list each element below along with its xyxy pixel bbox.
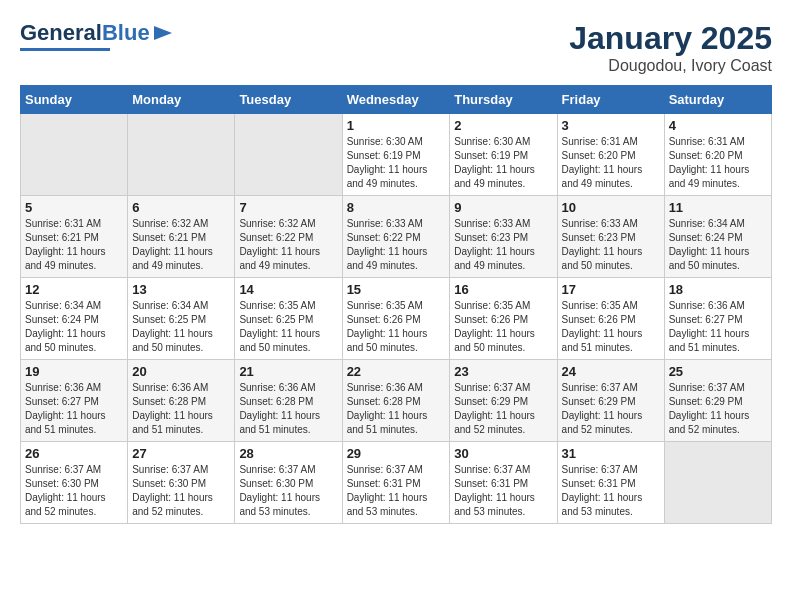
calendar-table: Sunday Monday Tuesday Wednesday Thursday… [20, 85, 772, 524]
table-row: 7Sunrise: 6:32 AM Sunset: 6:22 PM Daylig… [235, 196, 342, 278]
table-row: 5Sunrise: 6:31 AM Sunset: 6:21 PM Daylig… [21, 196, 128, 278]
day-info: Sunrise: 6:30 AM Sunset: 6:19 PM Dayligh… [347, 135, 446, 191]
day-info: Sunrise: 6:33 AM Sunset: 6:23 PM Dayligh… [562, 217, 660, 273]
day-number: 8 [347, 200, 446, 215]
table-row: 23Sunrise: 6:37 AM Sunset: 6:29 PM Dayli… [450, 360, 557, 442]
day-info: Sunrise: 6:37 AM Sunset: 6:29 PM Dayligh… [669, 381, 767, 437]
day-info: Sunrise: 6:37 AM Sunset: 6:30 PM Dayligh… [239, 463, 337, 519]
calendar-week-row: 26Sunrise: 6:37 AM Sunset: 6:30 PM Dayli… [21, 442, 772, 524]
table-row: 4Sunrise: 6:31 AM Sunset: 6:20 PM Daylig… [664, 114, 771, 196]
table-row: 19Sunrise: 6:36 AM Sunset: 6:27 PM Dayli… [21, 360, 128, 442]
day-info: Sunrise: 6:36 AM Sunset: 6:27 PM Dayligh… [25, 381, 123, 437]
day-number: 23 [454, 364, 552, 379]
day-info: Sunrise: 6:36 AM Sunset: 6:28 PM Dayligh… [239, 381, 337, 437]
table-row: 28Sunrise: 6:37 AM Sunset: 6:30 PM Dayli… [235, 442, 342, 524]
day-info: Sunrise: 6:36 AM Sunset: 6:28 PM Dayligh… [347, 381, 446, 437]
table-row: 18Sunrise: 6:36 AM Sunset: 6:27 PM Dayli… [664, 278, 771, 360]
col-tuesday: Tuesday [235, 86, 342, 114]
day-info: Sunrise: 6:37 AM Sunset: 6:30 PM Dayligh… [132, 463, 230, 519]
day-number: 25 [669, 364, 767, 379]
day-info: Sunrise: 6:35 AM Sunset: 6:26 PM Dayligh… [347, 299, 446, 355]
day-info: Sunrise: 6:34 AM Sunset: 6:24 PM Dayligh… [669, 217, 767, 273]
page-header: General Blue January 2025 Dougodou, Ivor… [20, 20, 772, 75]
col-saturday: Saturday [664, 86, 771, 114]
day-info: Sunrise: 6:35 AM Sunset: 6:25 PM Dayligh… [239, 299, 337, 355]
day-info: Sunrise: 6:34 AM Sunset: 6:24 PM Dayligh… [25, 299, 123, 355]
day-info: Sunrise: 6:37 AM Sunset: 6:30 PM Dayligh… [25, 463, 123, 519]
calendar-week-row: 1Sunrise: 6:30 AM Sunset: 6:19 PM Daylig… [21, 114, 772, 196]
day-info: Sunrise: 6:36 AM Sunset: 6:28 PM Dayligh… [132, 381, 230, 437]
day-number: 16 [454, 282, 552, 297]
day-number: 27 [132, 446, 230, 461]
logo-underline [20, 48, 110, 51]
page-title: January 2025 [569, 20, 772, 57]
logo-general: General [20, 20, 102, 46]
day-info: Sunrise: 6:35 AM Sunset: 6:26 PM Dayligh… [454, 299, 552, 355]
day-info: Sunrise: 6:31 AM Sunset: 6:20 PM Dayligh… [562, 135, 660, 191]
day-info: Sunrise: 6:36 AM Sunset: 6:27 PM Dayligh… [669, 299, 767, 355]
table-row: 2Sunrise: 6:30 AM Sunset: 6:19 PM Daylig… [450, 114, 557, 196]
day-number: 14 [239, 282, 337, 297]
day-number: 7 [239, 200, 337, 215]
calendar-week-row: 19Sunrise: 6:36 AM Sunset: 6:27 PM Dayli… [21, 360, 772, 442]
table-row: 22Sunrise: 6:36 AM Sunset: 6:28 PM Dayli… [342, 360, 450, 442]
day-number: 3 [562, 118, 660, 133]
logo-arrow-icon [152, 22, 174, 44]
table-row: 20Sunrise: 6:36 AM Sunset: 6:28 PM Dayli… [128, 360, 235, 442]
col-sunday: Sunday [21, 86, 128, 114]
day-number: 1 [347, 118, 446, 133]
table-row: 26Sunrise: 6:37 AM Sunset: 6:30 PM Dayli… [21, 442, 128, 524]
day-number: 2 [454, 118, 552, 133]
day-info: Sunrise: 6:33 AM Sunset: 6:23 PM Dayligh… [454, 217, 552, 273]
title-block: January 2025 Dougodou, Ivory Coast [569, 20, 772, 75]
table-row: 11Sunrise: 6:34 AM Sunset: 6:24 PM Dayli… [664, 196, 771, 278]
calendar-week-row: 12Sunrise: 6:34 AM Sunset: 6:24 PM Dayli… [21, 278, 772, 360]
table-row: 10Sunrise: 6:33 AM Sunset: 6:23 PM Dayli… [557, 196, 664, 278]
day-number: 18 [669, 282, 767, 297]
day-number: 12 [25, 282, 123, 297]
table-row: 17Sunrise: 6:35 AM Sunset: 6:26 PM Dayli… [557, 278, 664, 360]
day-info: Sunrise: 6:37 AM Sunset: 6:31 PM Dayligh… [562, 463, 660, 519]
table-row: 12Sunrise: 6:34 AM Sunset: 6:24 PM Dayli… [21, 278, 128, 360]
day-number: 20 [132, 364, 230, 379]
day-info: Sunrise: 6:30 AM Sunset: 6:19 PM Dayligh… [454, 135, 552, 191]
table-row: 16Sunrise: 6:35 AM Sunset: 6:26 PM Dayli… [450, 278, 557, 360]
table-row: 25Sunrise: 6:37 AM Sunset: 6:29 PM Dayli… [664, 360, 771, 442]
day-info: Sunrise: 6:35 AM Sunset: 6:26 PM Dayligh… [562, 299, 660, 355]
day-number: 26 [25, 446, 123, 461]
day-number: 6 [132, 200, 230, 215]
logo: General Blue [20, 20, 174, 51]
calendar-header-row: Sunday Monday Tuesday Wednesday Thursday… [21, 86, 772, 114]
table-row: 21Sunrise: 6:36 AM Sunset: 6:28 PM Dayli… [235, 360, 342, 442]
table-row: 1Sunrise: 6:30 AM Sunset: 6:19 PM Daylig… [342, 114, 450, 196]
svg-marker-0 [154, 26, 172, 40]
day-info: Sunrise: 6:37 AM Sunset: 6:31 PM Dayligh… [347, 463, 446, 519]
col-monday: Monday [128, 86, 235, 114]
day-info: Sunrise: 6:31 AM Sunset: 6:21 PM Dayligh… [25, 217, 123, 273]
table-row: 14Sunrise: 6:35 AM Sunset: 6:25 PM Dayli… [235, 278, 342, 360]
day-info: Sunrise: 6:37 AM Sunset: 6:29 PM Dayligh… [454, 381, 552, 437]
table-row [128, 114, 235, 196]
day-info: Sunrise: 6:33 AM Sunset: 6:22 PM Dayligh… [347, 217, 446, 273]
table-row: 8Sunrise: 6:33 AM Sunset: 6:22 PM Daylig… [342, 196, 450, 278]
table-row: 9Sunrise: 6:33 AM Sunset: 6:23 PM Daylig… [450, 196, 557, 278]
day-number: 9 [454, 200, 552, 215]
day-info: Sunrise: 6:32 AM Sunset: 6:21 PM Dayligh… [132, 217, 230, 273]
day-number: 21 [239, 364, 337, 379]
day-number: 11 [669, 200, 767, 215]
table-row [21, 114, 128, 196]
day-number: 13 [132, 282, 230, 297]
table-row [664, 442, 771, 524]
day-number: 10 [562, 200, 660, 215]
table-row: 6Sunrise: 6:32 AM Sunset: 6:21 PM Daylig… [128, 196, 235, 278]
day-number: 17 [562, 282, 660, 297]
day-number: 22 [347, 364, 446, 379]
day-number: 19 [25, 364, 123, 379]
table-row: 31Sunrise: 6:37 AM Sunset: 6:31 PM Dayli… [557, 442, 664, 524]
table-row: 24Sunrise: 6:37 AM Sunset: 6:29 PM Dayli… [557, 360, 664, 442]
logo-blue: Blue [102, 20, 150, 46]
day-info: Sunrise: 6:31 AM Sunset: 6:20 PM Dayligh… [669, 135, 767, 191]
day-number: 30 [454, 446, 552, 461]
col-wednesday: Wednesday [342, 86, 450, 114]
calendar-week-row: 5Sunrise: 6:31 AM Sunset: 6:21 PM Daylig… [21, 196, 772, 278]
